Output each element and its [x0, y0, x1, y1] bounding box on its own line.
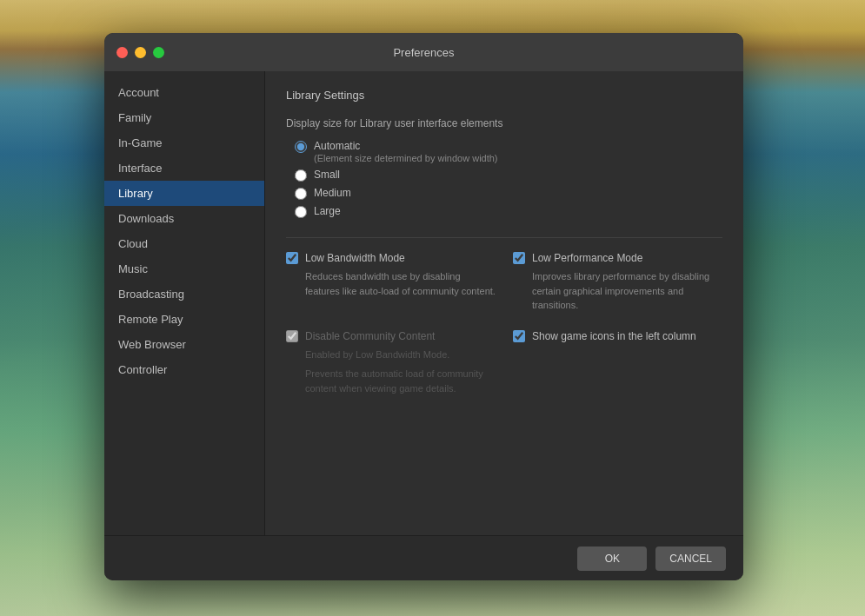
sidebar-item-account[interactable]: Account — [104, 80, 264, 105]
title-bar: Preferences — [104, 33, 743, 71]
dialog-body: AccountFamilyIn-GameInterfaceLibraryDown… — [104, 71, 743, 535]
minimize-button[interactable] — [135, 47, 146, 58]
radio-large[interactable]: Large — [295, 205, 722, 218]
checkbox-disable-community: Disable Community Content — [286, 330, 496, 342]
sidebar-item-library[interactable]: Library — [104, 181, 264, 206]
sidebar-item-interface[interactable]: Interface — [104, 156, 264, 181]
radio-small[interactable]: Small — [295, 169, 722, 182]
display-size-label: Display size for Library user interface … — [286, 117, 722, 129]
checkbox-low-performance[interactable]: Low Performance Mode — [513, 252, 722, 264]
option-desc-disable-community: Prevents the automatic load of community… — [286, 367, 496, 395]
option-block-disable-community: Disable Community ContentEnabled by Low … — [286, 330, 496, 396]
divider — [286, 237, 722, 238]
option-desc-low-bandwidth: Reduces bandwidth use by disabling featu… — [286, 269, 496, 298]
option-block-low-performance: Low Performance ModeImproves library per… — [513, 252, 722, 313]
sidebar-item-cloud[interactable]: Cloud — [104, 231, 264, 256]
options-row2: Disable Community ContentEnabled by Low … — [286, 330, 722, 396]
sidebar-item-web-browser[interactable]: Web Browser — [104, 332, 264, 357]
radio-group: Automatic(Element size determined by win… — [286, 140, 722, 218]
checkbox-low-bandwidth[interactable]: Low Bandwidth Mode — [286, 252, 496, 264]
radio-medium[interactable]: Medium — [295, 187, 722, 200]
footer: OK CANCEL — [104, 535, 743, 580]
window-controls — [116, 47, 164, 58]
maximize-button[interactable] — [153, 47, 164, 58]
option-desc-low-performance: Improves library performance by disablin… — [513, 269, 722, 313]
sidebar-item-remote-play[interactable]: Remote Play — [104, 307, 264, 332]
sidebar-item-in-game[interactable]: In-Game — [104, 130, 264, 156]
sidebar-item-downloads[interactable]: Downloads — [104, 206, 264, 231]
section-title: Library Settings — [286, 89, 722, 102]
option-sublabel-disable-community: Enabled by Low Bandwidth Mode. — [286, 348, 496, 362]
dialog-title: Preferences — [393, 46, 454, 59]
options-row1: Low Bandwidth ModeReduces bandwidth use … — [286, 252, 722, 313]
radio-automatic[interactable]: Automatic(Element size determined by win… — [295, 140, 722, 163]
sidebar: AccountFamilyIn-GameInterfaceLibraryDown… — [104, 71, 265, 535]
checkbox-show-game-icons[interactable]: Show game icons in the left column — [513, 330, 722, 342]
sidebar-item-controller[interactable]: Controller — [104, 357, 264, 382]
ok-button[interactable]: OK — [577, 546, 647, 571]
close-button[interactable] — [116, 47, 128, 58]
sidebar-item-family[interactable]: Family — [104, 105, 264, 130]
preferences-dialog: Preferences AccountFamilyIn-GameInterfac… — [104, 33, 743, 580]
sidebar-item-music[interactable]: Music — [104, 256, 264, 282]
cancel-button[interactable]: CANCEL — [655, 546, 726, 571]
option-block-show-game-icons: Show game icons in the left column — [513, 330, 722, 396]
option-block-low-bandwidth: Low Bandwidth ModeReduces bandwidth use … — [286, 252, 496, 313]
sidebar-item-broadcasting[interactable]: Broadcasting — [104, 282, 264, 307]
content-area: Library Settings Display size for Librar… — [265, 71, 743, 535]
